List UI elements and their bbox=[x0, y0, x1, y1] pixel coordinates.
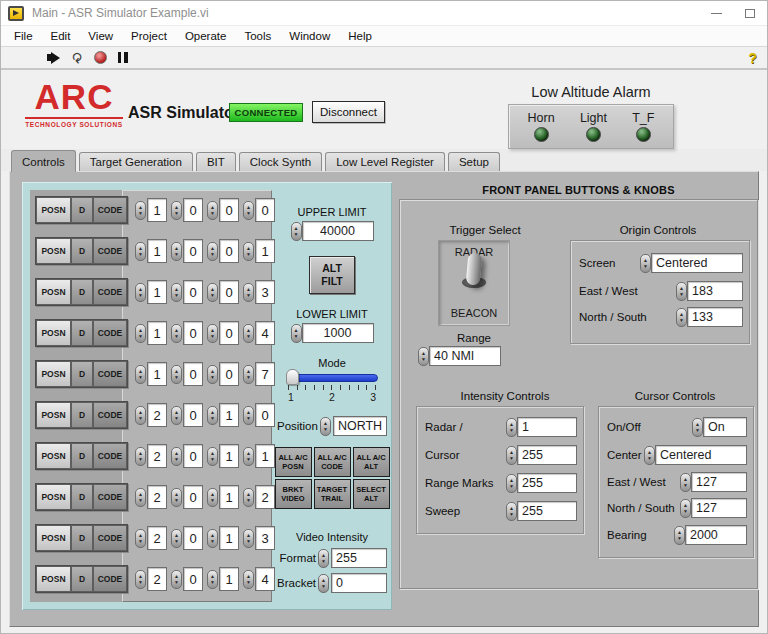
digit-display[interactable]: 2 bbox=[147, 526, 167, 550]
digit-spinner[interactable] bbox=[135, 242, 146, 261]
menu-view[interactable]: View bbox=[79, 26, 122, 46]
digit-spinner[interactable] bbox=[207, 529, 218, 548]
cursor-north-south-spinner[interactable] bbox=[680, 499, 691, 518]
posn-button[interactable]: POSN bbox=[36, 197, 71, 223]
digit-spinner[interactable] bbox=[243, 406, 254, 425]
intensity-cursor-value[interactable]: 255 bbox=[517, 445, 577, 465]
digit-display[interactable]: 0 bbox=[183, 198, 203, 222]
digit-display[interactable]: 3 bbox=[255, 526, 275, 550]
code-button[interactable]: CODE bbox=[93, 443, 127, 469]
digit-spinner[interactable] bbox=[171, 242, 182, 261]
code-button[interactable]: CODE bbox=[93, 402, 127, 428]
d-button[interactable]: D bbox=[71, 238, 93, 264]
digit-display[interactable]: 2 bbox=[147, 403, 167, 427]
run-continuous-icon[interactable]: ⟳ bbox=[70, 52, 84, 64]
posn-button[interactable]: POSN bbox=[36, 566, 71, 592]
digit-spinner[interactable] bbox=[135, 201, 146, 220]
digit-display[interactable]: 1 bbox=[219, 444, 239, 468]
digit-spinner[interactable] bbox=[207, 447, 218, 466]
d-button[interactable]: D bbox=[71, 484, 93, 510]
bracket-spinner[interactable] bbox=[318, 574, 329, 593]
code-button[interactable]: CODE bbox=[93, 566, 127, 592]
digit-display[interactable]: 1 bbox=[147, 362, 167, 386]
digit-display[interactable]: 0 bbox=[183, 403, 203, 427]
lower-limit-value[interactable]: 1000 bbox=[302, 323, 374, 343]
trigger-select-switch[interactable]: RADAR BEACON bbox=[438, 240, 510, 326]
digit-spinner[interactable] bbox=[207, 324, 218, 343]
digit-display[interactable]: 2 bbox=[147, 567, 167, 591]
digit-display[interactable]: 1 bbox=[219, 485, 239, 509]
digit-spinner[interactable] bbox=[171, 365, 182, 384]
tab-setup[interactable]: Setup bbox=[448, 152, 500, 171]
digit-spinner[interactable] bbox=[243, 242, 254, 261]
origin-north-south-value[interactable]: 133 bbox=[687, 307, 743, 327]
mode-slider-track[interactable] bbox=[286, 374, 378, 382]
posn-button[interactable]: POSN bbox=[36, 238, 71, 264]
tab-low-level-register[interactable]: Low Level Register bbox=[325, 152, 445, 171]
digit-spinner[interactable] bbox=[243, 201, 254, 220]
code-button[interactable]: CODE bbox=[93, 484, 127, 510]
tab-controls[interactable]: Controls bbox=[11, 150, 76, 172]
cursor-east-west-value[interactable]: 127 bbox=[691, 472, 747, 492]
all-ac-posn-button[interactable]: ALL A/C POSN bbox=[275, 447, 312, 477]
pause-icon[interactable] bbox=[118, 52, 128, 63]
digit-spinner[interactable] bbox=[243, 365, 254, 384]
intensity-sweep-value[interactable]: 255 bbox=[517, 501, 577, 521]
upper-limit-spinner[interactable] bbox=[291, 222, 302, 241]
digit-spinner[interactable] bbox=[171, 570, 182, 589]
digit-spinner[interactable] bbox=[135, 529, 146, 548]
digit-spinner[interactable] bbox=[243, 447, 254, 466]
digit-display[interactable]: 4 bbox=[255, 321, 275, 345]
lower-limit-spinner[interactable] bbox=[291, 324, 302, 343]
bracket-value[interactable]: 0 bbox=[331, 573, 387, 593]
cursor-east-west-spinner[interactable] bbox=[680, 473, 691, 492]
brkt-video-button[interactable]: BRKT VIDEO bbox=[275, 479, 312, 509]
digit-display[interactable]: 2 bbox=[147, 444, 167, 468]
digit-spinner[interactable] bbox=[207, 406, 218, 425]
code-button[interactable]: CODE bbox=[93, 279, 127, 305]
digit-display[interactable]: 0 bbox=[255, 198, 275, 222]
menu-file[interactable]: File bbox=[5, 26, 42, 46]
digit-spinner[interactable] bbox=[135, 406, 146, 425]
origin-east-west-value[interactable]: 183 bbox=[687, 281, 743, 301]
intensity-range-marks-spinner[interactable] bbox=[506, 474, 517, 493]
cursor-north-south-value[interactable]: 127 bbox=[691, 498, 747, 518]
intensity-sweep-spinner[interactable] bbox=[506, 502, 517, 521]
digit-display[interactable]: 7 bbox=[255, 362, 275, 386]
tab-bit[interactable]: BIT bbox=[196, 152, 236, 171]
origin-east-west-spinner[interactable] bbox=[676, 282, 687, 301]
digit-spinner[interactable] bbox=[135, 365, 146, 384]
code-button[interactable]: CODE bbox=[93, 320, 127, 346]
menu-window[interactable]: Window bbox=[280, 26, 339, 46]
code-button[interactable]: CODE bbox=[93, 525, 127, 551]
digit-display[interactable]: 2 bbox=[255, 485, 275, 509]
digit-display[interactable]: 1 bbox=[255, 239, 275, 263]
digit-display[interactable]: 0 bbox=[183, 280, 203, 304]
mode-slider-thumb[interactable] bbox=[286, 369, 299, 385]
digit-spinner[interactable] bbox=[171, 447, 182, 466]
digit-spinner[interactable] bbox=[207, 283, 218, 302]
digit-spinner[interactable] bbox=[171, 201, 182, 220]
digit-spinner[interactable] bbox=[243, 570, 254, 589]
posn-button[interactable]: POSN bbox=[36, 279, 71, 305]
digit-spinner[interactable] bbox=[171, 406, 182, 425]
digit-display[interactable]: 2 bbox=[147, 485, 167, 509]
posn-button[interactable]: POSN bbox=[36, 320, 71, 346]
origin-screen-spinner[interactable] bbox=[640, 254, 651, 273]
context-help-icon[interactable]: ? bbox=[748, 50, 757, 66]
origin-screen-value[interactable]: Centered bbox=[651, 253, 743, 273]
menu-tools[interactable]: Tools bbox=[235, 26, 280, 46]
digit-spinner[interactable] bbox=[243, 283, 254, 302]
posn-button[interactable]: POSN bbox=[36, 402, 71, 428]
alt-filt-button[interactable]: ALT FILT bbox=[309, 256, 355, 294]
all-ac-alt-button[interactable]: ALL A/C ALT bbox=[353, 447, 390, 477]
posn-button[interactable]: POSN bbox=[36, 443, 71, 469]
position-spinner[interactable] bbox=[320, 417, 331, 436]
posn-button[interactable]: POSN bbox=[36, 525, 71, 551]
d-button[interactable]: D bbox=[71, 402, 93, 428]
digit-display[interactable]: 1 bbox=[255, 444, 275, 468]
digit-display[interactable]: 1 bbox=[147, 280, 167, 304]
origin-north-south-spinner[interactable] bbox=[676, 308, 687, 327]
cursor-bearing-spinner[interactable] bbox=[674, 526, 685, 545]
abort-icon[interactable] bbox=[94, 51, 107, 64]
